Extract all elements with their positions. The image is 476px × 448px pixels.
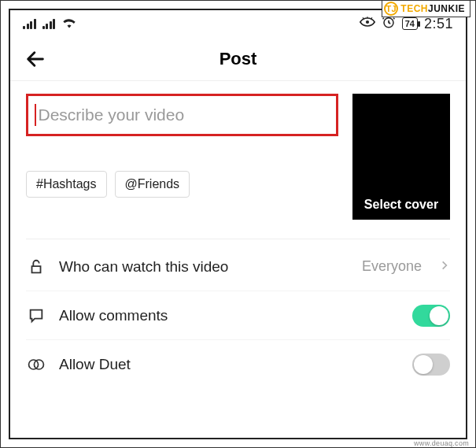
content-area: #Hashtags @Friends Select cover Who can … (10, 81, 466, 389)
techjunkie-watermark: TJ TECHJUNKIE (382, 1, 470, 17)
battery-indicator: 74 (402, 17, 418, 30)
duet-icon (26, 357, 46, 372)
privacy-label: Who can watch this video (59, 258, 349, 276)
header-bar: Post (10, 37, 466, 81)
chevron-right-icon (439, 260, 450, 274)
signal-strength-icon (23, 18, 36, 29)
back-button[interactable] (20, 43, 51, 75)
comments-label: Allow comments (59, 307, 400, 324)
alarm-icon (382, 15, 396, 32)
tj-tech-text: TECH (400, 3, 428, 14)
page-title: Post (10, 49, 466, 69)
privacy-setting-row[interactable]: Who can watch this video Everyone (26, 243, 450, 291)
text-cursor (35, 104, 36, 126)
clock-time: 2:51 (424, 16, 453, 32)
privacy-value: Everyone (362, 258, 422, 275)
svg-point-3 (34, 360, 43, 369)
section-divider (26, 239, 450, 239)
hashtags-button[interactable]: #Hashtags (26, 171, 107, 198)
friends-button[interactable]: @Friends (115, 171, 190, 198)
wifi-icon (61, 16, 77, 31)
select-cover-label: Select cover (364, 198, 438, 220)
caption-highlight-box (26, 94, 338, 136)
svg-point-2 (29, 360, 39, 369)
svg-point-0 (366, 20, 369, 24)
source-domain-watermark: www.deuaq.com (412, 439, 470, 447)
comments-setting-row: Allow comments (26, 291, 450, 340)
signal-strength-icon-2 (42, 18, 56, 29)
comment-icon (26, 307, 46, 324)
phone-frame: 74 2:51 Post #Hashtags @Friends Sele (9, 9, 467, 439)
duet-label: Allow Duet (59, 356, 400, 373)
tj-junkie-text: JUNKIE (428, 3, 465, 14)
arrow-left-icon (24, 48, 46, 70)
duet-setting-row: Allow Duet (26, 340, 450, 389)
eye-icon (360, 17, 375, 31)
select-cover-button[interactable]: Select cover (352, 94, 450, 220)
caption-input[interactable] (39, 106, 330, 124)
lock-open-icon (26, 258, 46, 276)
tj-logo-circle: TJ (384, 2, 398, 16)
comments-toggle[interactable] (412, 305, 450, 327)
duet-toggle[interactable] (412, 354, 450, 376)
